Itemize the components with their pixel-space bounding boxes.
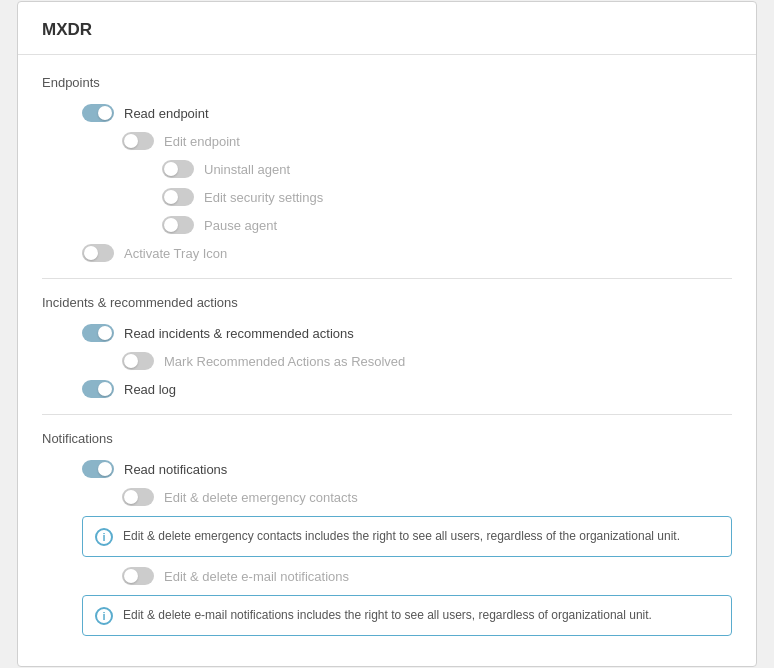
toggle-thumb-edit-security-settings [164, 190, 178, 204]
toggle-track-edit-security-settings [162, 188, 194, 206]
toggle-edit-endpoint[interactable] [122, 132, 154, 150]
toggle-uninstall-agent[interactable] [162, 160, 194, 178]
toggle-row-edit-emergency-contacts: Edit & delete emergency contacts [122, 488, 732, 506]
toggle-thumb-read-incidents [98, 326, 112, 340]
toggle-pause-agent[interactable] [162, 216, 194, 234]
toggle-thumb-read-notifications [98, 462, 112, 476]
toggle-label-edit-email-notifications: Edit & delete e-mail notifications [164, 569, 349, 584]
toggle-row-read-incidents: Read incidents & recommended actions [82, 324, 732, 342]
toggle-track-edit-email-notifications [122, 567, 154, 585]
toggle-track-mark-resolved [122, 352, 154, 370]
toggle-read-log[interactable] [82, 380, 114, 398]
toggle-thumb-edit-email-notifications [124, 569, 138, 583]
main-card: MXDR EndpointsRead endpointEdit endpoint… [17, 1, 757, 667]
toggle-row-mark-resolved: Mark Recommended Actions as Resolved [122, 352, 732, 370]
toggle-edit-security-settings[interactable] [162, 188, 194, 206]
toggle-label-pause-agent: Pause agent [204, 218, 277, 233]
toggle-label-mark-resolved: Mark Recommended Actions as Resolved [164, 354, 405, 369]
toggle-label-read-endpoint: Read endpoint [124, 106, 209, 121]
toggle-label-edit-security-settings: Edit security settings [204, 190, 323, 205]
toggle-edit-emergency-contacts[interactable] [122, 488, 154, 506]
toggle-thumb-mark-resolved [124, 354, 138, 368]
info-text-edit-email-notifications: Edit & delete e-mail notifications inclu… [123, 606, 652, 624]
toggle-thumb-edit-emergency-contacts [124, 490, 138, 504]
toggle-label-read-notifications: Read notifications [124, 462, 227, 477]
toggle-track-read-incidents [82, 324, 114, 342]
section-incidents: Incidents & recommended actionsRead inci… [42, 295, 732, 398]
toggle-thumb-read-endpoint [98, 106, 112, 120]
toggle-activate-tray-icon[interactable] [82, 244, 114, 262]
toggle-thumb-read-log [98, 382, 112, 396]
toggle-edit-email-notifications[interactable] [122, 567, 154, 585]
toggle-thumb-edit-endpoint [124, 134, 138, 148]
toggle-label-uninstall-agent: Uninstall agent [204, 162, 290, 177]
toggle-row-read-log: Read log [82, 380, 732, 398]
toggle-row-read-notifications: Read notifications [82, 460, 732, 478]
toggle-track-read-notifications [82, 460, 114, 478]
toggle-read-notifications[interactable] [82, 460, 114, 478]
toggle-read-endpoint[interactable] [82, 104, 114, 122]
info-box-edit-emergency-contacts: iEdit & delete emergency contacts includ… [82, 516, 732, 557]
toggle-row-edit-email-notifications: Edit & delete e-mail notifications [122, 567, 732, 585]
toggle-label-read-log: Read log [124, 382, 176, 397]
divider-incidents [42, 414, 732, 415]
toggle-label-edit-emergency-contacts: Edit & delete emergency contacts [164, 490, 358, 505]
toggle-track-edit-endpoint [122, 132, 154, 150]
toggle-row-read-endpoint: Read endpoint [82, 104, 732, 122]
toggle-track-activate-tray-icon [82, 244, 114, 262]
toggle-row-edit-security-settings: Edit security settings [162, 188, 732, 206]
divider-endpoints [42, 278, 732, 279]
toggle-row-pause-agent: Pause agent [162, 216, 732, 234]
toggle-thumb-activate-tray-icon [84, 246, 98, 260]
toggle-mark-resolved[interactable] [122, 352, 154, 370]
toggle-row-edit-endpoint: Edit endpoint [122, 132, 732, 150]
card-title: MXDR [42, 20, 92, 39]
toggle-label-edit-endpoint: Edit endpoint [164, 134, 240, 149]
toggle-label-read-incidents: Read incidents & recommended actions [124, 326, 354, 341]
card-header: MXDR [18, 2, 756, 55]
toggle-thumb-uninstall-agent [164, 162, 178, 176]
section-label-notifications: Notifications [42, 431, 732, 446]
toggle-label-activate-tray-icon: Activate Tray Icon [124, 246, 227, 261]
section-endpoints: EndpointsRead endpointEdit endpointUnins… [42, 75, 732, 262]
toggle-track-read-endpoint [82, 104, 114, 122]
section-notifications: NotificationsRead notificationsEdit & de… [42, 431, 732, 636]
toggle-track-edit-emergency-contacts [122, 488, 154, 506]
section-label-incidents: Incidents & recommended actions [42, 295, 732, 310]
toggle-row-uninstall-agent: Uninstall agent [162, 160, 732, 178]
toggle-row-activate-tray-icon: Activate Tray Icon [82, 244, 732, 262]
info-icon: i [95, 607, 113, 625]
toggle-thumb-pause-agent [164, 218, 178, 232]
info-box-edit-email-notifications: iEdit & delete e-mail notifications incl… [82, 595, 732, 636]
card-body: EndpointsRead endpointEdit endpointUnins… [18, 55, 756, 666]
section-label-endpoints: Endpoints [42, 75, 732, 90]
info-text-edit-emergency-contacts: Edit & delete emergency contacts include… [123, 527, 680, 545]
toggle-read-incidents[interactable] [82, 324, 114, 342]
toggle-track-read-log [82, 380, 114, 398]
toggle-track-pause-agent [162, 216, 194, 234]
info-icon: i [95, 528, 113, 546]
toggle-track-uninstall-agent [162, 160, 194, 178]
